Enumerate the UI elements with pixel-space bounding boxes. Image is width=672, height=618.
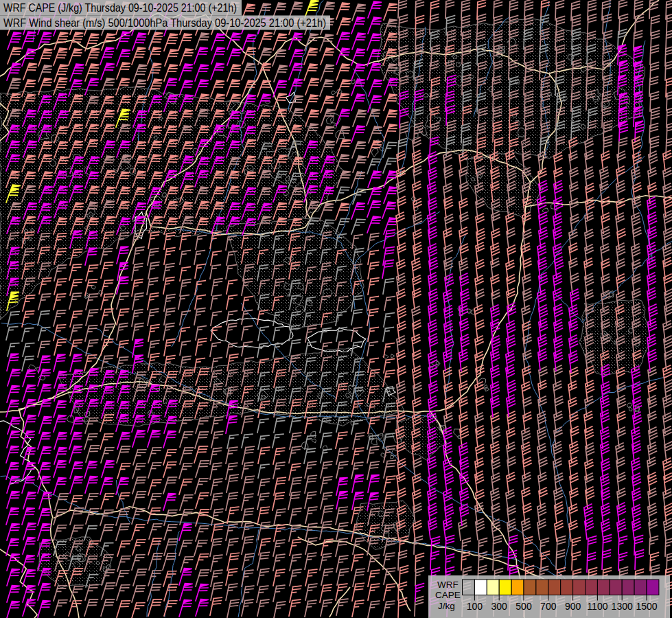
svg-text:J/kg: J/kg <box>438 601 455 611</box>
svg-text:WRF CAPE (J/kg) Thursday 09-10: WRF CAPE (J/kg) Thursday 09-10-2025 21:0… <box>3 1 237 14</box>
svg-text:1500: 1500 <box>636 601 657 612</box>
svg-text:1300: 1300 <box>612 601 633 612</box>
svg-text:WRF Wind shear (m/s) 500/1000h: WRF Wind shear (m/s) 500/1000hPa Thursda… <box>3 16 326 29</box>
svg-text:900: 900 <box>565 601 581 612</box>
svg-text:700: 700 <box>540 601 557 612</box>
svg-text:WRF: WRF <box>437 580 459 590</box>
svg-text:300: 300 <box>491 601 508 612</box>
svg-text:100: 100 <box>467 601 483 612</box>
svg-text:1100: 1100 <box>587 601 607 612</box>
svg-text:500: 500 <box>515 601 532 612</box>
svg-text:CAPE: CAPE <box>435 590 461 600</box>
